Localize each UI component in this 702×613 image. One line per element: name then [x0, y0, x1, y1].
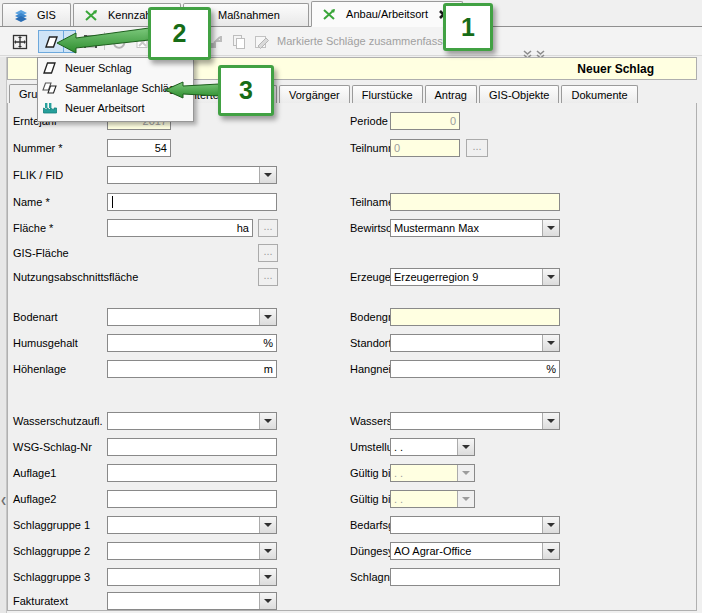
tab-gis[interactable]: GIS — [2, 3, 71, 26]
anbau-arbeitsort-window: { "tabs": { "items": [ { "label": "GIS",… — [0, 0, 702, 613]
unit-label: ha — [237, 220, 249, 236]
chevron-down-icon[interactable] — [259, 517, 276, 533]
fakturatext-combo[interactable] — [107, 592, 277, 610]
chevron-down-icon[interactable] — [259, 167, 276, 183]
chevron-down-icon[interactable] — [542, 517, 559, 533]
field-label: GIS-Fläche — [13, 247, 69, 259]
standorttyp-combo[interactable] — [390, 334, 560, 352]
collapse-left-icon[interactable]: ❮ — [0, 494, 7, 508]
umstellungsbeginn-date-combo[interactable]: . . — [390, 438, 475, 456]
save-button — [80, 30, 100, 53]
field-label: Humusgehalt — [13, 337, 78, 349]
field-label: Gültig bis — [350, 493, 396, 505]
copy-button — [229, 30, 249, 53]
field-label: Schlaggruppe 3 — [13, 571, 90, 583]
chevron-down-icon[interactable] — [259, 593, 276, 609]
tab-anbau-arbeitsort[interactable]: Anbau/Arbeitsort — [311, 1, 463, 27]
field-label: Schlaggruppe 2 — [13, 545, 90, 557]
chevron-down-icon[interactable] — [542, 413, 559, 429]
duengesystem-combo[interactable]: AO Agrar-Office — [390, 542, 560, 560]
chevron-down-icon — [457, 465, 474, 481]
menu-item-neuer-arbeitsort[interactable]: Neuer Arbeitsort — [38, 98, 193, 118]
wasserschutzzone-combo[interactable] — [390, 412, 560, 430]
wsg-schlag-nr-field[interactable] — [107, 438, 277, 456]
unit-label: m — [264, 361, 273, 377]
gis-flaeche-browse-button: ... — [258, 244, 278, 262]
tab-gis-objekte[interactable]: GIS-Objekte — [479, 85, 560, 103]
tab-label: GIS — [33, 9, 60, 21]
chevron-down-icon[interactable] — [542, 335, 559, 351]
kpi-icon — [322, 8, 337, 21]
parallelogram-icon — [42, 60, 60, 76]
chevron-down-icon[interactable] — [542, 220, 559, 236]
schlaggruppe2-combo[interactable] — [107, 542, 277, 560]
tab-vorgaenger[interactable]: Vorgänger — [279, 85, 350, 103]
teilnummer-browse-button: ... — [466, 139, 488, 157]
nummer-field[interactable]: 54 — [107, 139, 171, 157]
name-field[interactable] — [107, 193, 277, 211]
bodengruppe-field — [390, 308, 560, 326]
field-label: FLIK / FID — [13, 169, 63, 181]
left-splitter[interactable]: ❮ — [0, 57, 7, 613]
auflage1-field[interactable] — [107, 464, 277, 482]
record-title: Neuer Schlag — [577, 62, 654, 76]
tab-label: Maßnahmen — [214, 9, 284, 21]
toolbar: Markierte Schläge zusammenfassen — [0, 27, 702, 56]
factory-icon — [42, 100, 60, 116]
bedarfsgruppe-combo[interactable] — [390, 516, 560, 534]
schlaggruppe1-combo[interactable] — [107, 516, 277, 534]
humusgehalt-field[interactable]: % — [107, 334, 277, 352]
double-parallelogram-icon — [42, 80, 60, 96]
tab-dokumente[interactable]: Dokumente — [561, 85, 637, 103]
field-label: Auflage2 — [13, 493, 56, 505]
schlagnummer2-field[interactable] — [390, 568, 560, 586]
menu-item-sammelanlage-schlaege[interactable]: Sammelanlage Schläge — [38, 78, 193, 98]
unit-label: % — [263, 335, 273, 351]
flaeche-browse-button: ... — [258, 219, 278, 237]
hoehenlage-field[interactable]: m — [107, 360, 277, 378]
field-label: Teilname — [350, 196, 394, 208]
flik-fid-combo[interactable] — [107, 166, 277, 184]
text-cursor — [112, 196, 113, 208]
edit-button — [252, 30, 272, 53]
field-label: Name * — [13, 196, 50, 208]
wasserschutzaufl-combo[interactable] — [107, 412, 277, 430]
new-schlag-dropdown-button[interactable] — [63, 30, 76, 53]
chevron-down-icon[interactable] — [259, 309, 276, 325]
field-label: Nummer * — [13, 142, 63, 154]
tab-label: Anbau/Arbeitsort — [342, 8, 432, 20]
menu-item-neuer-schlag[interactable]: Neuer Schlag — [38, 58, 193, 78]
field-label: Wasserschutzaufl. — [13, 415, 102, 427]
chevron-down-icon[interactable] — [259, 543, 276, 559]
field-label: Auflage1 — [13, 467, 56, 479]
chevron-down-icon[interactable] — [259, 569, 276, 585]
flaeche-field[interactable]: ha — [107, 219, 253, 237]
chevron-down-icon[interactable] — [457, 439, 474, 455]
fit-extent-button[interactable] — [8, 30, 32, 53]
field-label: Bodenart — [13, 311, 58, 323]
teilname-field[interactable] — [390, 193, 560, 211]
schlaggruppe3-combo[interactable] — [107, 568, 277, 586]
annotation-step-1: 1 — [443, 3, 493, 51]
gueltig-bis-1-date-combo: . . — [390, 464, 475, 482]
field-label: Periode * — [350, 115, 395, 127]
parallelogram-icon — [43, 34, 60, 50]
document-tabbar: GIS Kennzahlen Maßnahmen Anbau/Arbeitsor… — [0, 0, 702, 27]
new-schlag-button[interactable] — [38, 30, 64, 53]
erzeugerregion-combo[interactable]: Erzeugerregion 9 — [390, 268, 560, 286]
chevron-down-icon[interactable] — [259, 413, 276, 429]
tab-flurstuecke[interactable]: Flurstücke — [352, 85, 423, 103]
hangneigung-field[interactable]: % — [390, 360, 560, 378]
field-label: Nutzungsabschnittsfläche — [13, 271, 138, 283]
bewirtschafter-combo[interactable]: Mustermann Max — [390, 219, 560, 237]
layers-icon — [13, 8, 28, 22]
chevron-down-icon — [457, 491, 474, 507]
tab-antrag[interactable]: Antrag — [425, 85, 477, 103]
auflage2-field[interactable] — [107, 490, 277, 508]
bodenart-combo[interactable] — [107, 308, 277, 326]
chevron-down-icon[interactable] — [542, 269, 559, 285]
chevron-down-icon[interactable] — [542, 543, 559, 559]
gueltig-bis-2-date-combo: . . — [390, 490, 475, 508]
field-label: Fakturatext — [13, 595, 68, 607]
unit-label: % — [546, 361, 556, 377]
